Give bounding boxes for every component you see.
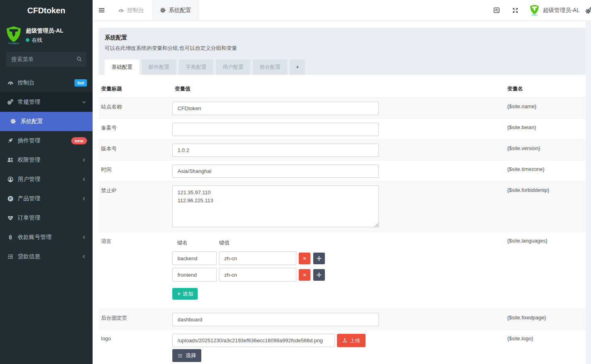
table-row-forbidden-ip: 禁止IP 121.35.97.110 112.96.225.113 {$site… <box>99 181 586 232</box>
bitcoin-icon: B <box>6 234 14 240</box>
top-navbar: 控制台 系统配置 TITANF <box>93 0 591 21</box>
sidebar-item-label: 收款账号管理 <box>18 234 52 241</box>
fullscreen-button[interactable] <box>506 0 525 21</box>
kv-value-input[interactable] <box>219 268 296 282</box>
sidebar-item-label: 贷款信息 <box>18 253 40 260</box>
navbar-tab-label: 控制台 <box>127 7 144 14</box>
sidebar-search <box>6 52 87 67</box>
avatar: TITANFX <box>6 26 21 45</box>
tab-user-config[interactable]: 用户配置 <box>216 60 250 75</box>
users-icon <box>6 156 14 163</box>
sidebar: CFDtoken TITANFX 超级管理员-AL 在线 <box>0 0 93 364</box>
tab-basic-config[interactable]: 基础配置 <box>105 60 139 75</box>
tab-frontend-config[interactable]: 前台配置 <box>253 60 287 75</box>
move-row-button[interactable] <box>313 253 325 264</box>
var-name: {$site.fixedpage} <box>505 309 586 330</box>
sidebar-item-orders[interactable]: 订单管理 <box>0 208 93 228</box>
timezone-input[interactable] <box>172 165 379 178</box>
sidebar-item-loan-info[interactable]: 贷款信息 <box>0 247 93 266</box>
close-icon <box>302 273 307 277</box>
forbidden-ip-textarea[interactable]: 121.35.97.110 112.96.225.113 <box>172 185 379 227</box>
choose-button[interactable]: 选择 <box>172 349 201 362</box>
sidebar-item-dashboard[interactable]: 控制台 hot <box>0 73 93 93</box>
navbar-tab-dashboard[interactable]: 控制台 <box>110 0 152 21</box>
list-icon <box>6 253 14 260</box>
var-name: {$site.beian} <box>505 119 586 140</box>
table-row-beian: 备案号 {$site.beian} <box>99 119 586 140</box>
row-label: 禁止IP <box>99 181 172 232</box>
move-row-button[interactable] <box>313 269 325 281</box>
var-name: {$site.version} <box>505 140 586 160</box>
gauge-icon <box>118 7 124 14</box>
chevron-left-icon <box>82 196 86 201</box>
beian-input[interactable] <box>172 123 379 136</box>
plus-icon <box>177 292 181 296</box>
row-label: logo <box>99 330 172 364</box>
sidebar-menu: 控制台 hot 常规管理 系统配置 插件管理 new <box>0 73 93 266</box>
kv-key-input[interactable] <box>172 251 217 265</box>
site-name-input[interactable] <box>172 102 379 115</box>
main-area: 控制台 系统配置 TITANF <box>93 0 591 364</box>
upload-button[interactable]: 上传 <box>337 334 366 347</box>
sidebar-item-plugins[interactable]: 插件管理 new <box>0 131 93 150</box>
delete-row-button[interactable] <box>299 269 310 281</box>
row-label: 后台固定页 <box>99 309 172 330</box>
sidebar-item-label: 产品管理 <box>18 195 40 202</box>
sidebar-item-label: 权限管理 <box>18 156 40 164</box>
sidebar-item-label: 控制台 <box>18 79 35 86</box>
sidebar-item-label: 插件管理 <box>18 137 40 144</box>
var-name: {$site.forbiddenip} <box>505 181 586 232</box>
append-button[interactable]: 追加 <box>172 288 198 300</box>
version-input[interactable] <box>172 144 379 157</box>
sidebar-item-label: 订单管理 <box>18 214 40 222</box>
table-header-row: 变量标题 变量值 变量名 <box>99 75 586 98</box>
sidebar-item-users[interactable]: 用户管理 <box>0 170 93 189</box>
upload-button-label: 上传 <box>350 337 360 344</box>
tab-mail-config[interactable]: 邮件配置 <box>142 60 176 75</box>
navbar-tab-label: 系统配置 <box>169 7 191 14</box>
tab-dictionary-config[interactable]: 字典配置 <box>179 60 213 75</box>
navbar-user-menu[interactable]: TITANFX 超级管理员-AL <box>525 4 585 16</box>
sidebar-item-label: 常规管理 <box>18 99 40 106</box>
sidebar-item-permissions[interactable]: 权限管理 <box>0 150 93 170</box>
user-panel: TITANFX 超级管理员-AL 在线 <box>0 21 93 49</box>
gears-icon <box>6 99 14 105</box>
user-icon <box>6 176 14 183</box>
close-icon <box>302 256 307 261</box>
fullscreen-icon <box>512 7 519 14</box>
system-config-panel: 系统配置 可以在此增改系统的变量和分组,也可以自定义分组和变量 基础配置 邮件配… <box>99 28 586 364</box>
page-subtitle: 可以在此增改系统的变量和分组,也可以自定义分组和变量 <box>105 45 580 52</box>
logo-path-input[interactable] <box>172 334 335 347</box>
sidebar-item-general-management[interactable]: 常规管理 <box>0 93 93 112</box>
sidebar-item-system-config[interactable]: 系统配置 <box>0 112 93 131</box>
config-table: 变量标题 变量值 变量名 站点名称 {$site.name} 备案号 {$s <box>99 75 586 364</box>
tab-add-group[interactable]: + <box>290 60 305 75</box>
kv-key-input[interactable] <box>172 268 217 282</box>
language-button[interactable] <box>487 0 506 21</box>
config-tabs: 基础配置 邮件配置 字典配置 用户配置 前台配置 + <box>105 60 580 75</box>
heartbeat-icon <box>6 215 14 221</box>
table-row-site-name: 站点名称 {$site.name} <box>99 98 586 119</box>
navbar-right: TITANFX 超级管理员-AL <box>487 0 591 21</box>
settings-button[interactable] <box>585 6 591 14</box>
sidebar-item-payment-accounts[interactable]: B 收款账号管理 <box>0 228 93 247</box>
chevron-left-icon <box>82 235 86 239</box>
kv-value-input[interactable] <box>219 251 296 265</box>
chevron-left-icon <box>82 254 86 259</box>
navbar-tab-system-config[interactable]: 系统配置 <box>152 0 199 21</box>
sidebar-item-products[interactable]: P 产品管理 <box>0 189 93 208</box>
row-label: 备案号 <box>99 119 172 140</box>
table-row-languages: 语言 键名 键值 <box>99 232 586 309</box>
column-header-var-value: 变量值 <box>172 75 505 98</box>
table-row-fixed-page: 后台固定页 {$site.fixedpage} <box>99 309 586 330</box>
delete-row-button[interactable] <box>299 253 310 264</box>
kv-row-backend <box>172 251 502 265</box>
scrollbar-track[interactable] <box>586 21 591 364</box>
fixed-page-input[interactable] <box>172 313 379 326</box>
cogs-icon <box>585 6 591 14</box>
content-area: 系统配置 可以在此增改系统的变量和分组,也可以自定义分组和变量 基础配置 邮件配… <box>93 21 586 364</box>
sidebar-toggle-button[interactable] <box>93 0 110 21</box>
online-status-dot <box>26 38 29 42</box>
search-input[interactable] <box>6 52 87 67</box>
row-label: 版本号 <box>99 140 172 160</box>
